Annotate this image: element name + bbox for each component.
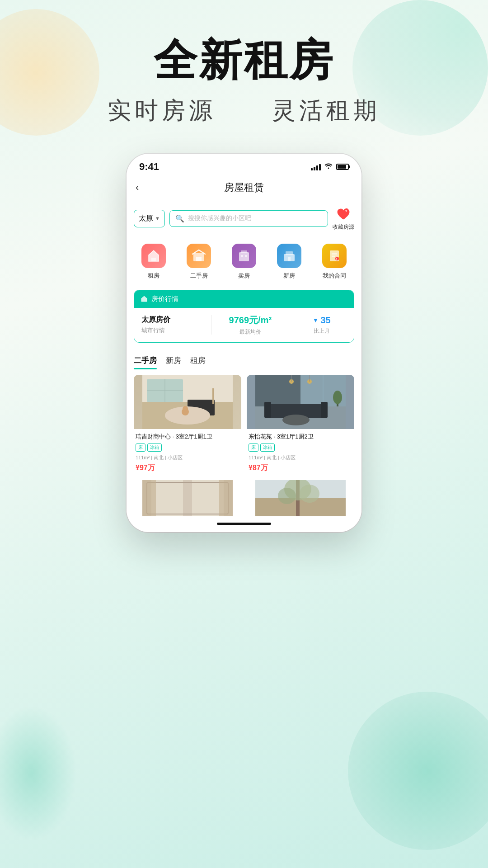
- category-icon-hetong: !: [322, 244, 347, 268]
- category-icon-zufang: [141, 244, 166, 268]
- app-title: 房屋租赁: [224, 181, 264, 194]
- hero-subtitle-gap: [226, 97, 262, 124]
- search-placeholder: 搜搜你感兴趣的小区吧: [188, 214, 251, 222]
- price-header-text: 房价行情: [151, 295, 178, 303]
- search-input-wrap[interactable]: 🔍 搜搜你感兴趣的小区吧: [169, 210, 328, 227]
- listing-tag-fridge-1: 冰箱: [147, 443, 162, 452]
- price-value: 9769元/m²: [219, 314, 282, 326]
- search-area: 太原 ▼ 🔍 搜搜你感兴趣的小区吧 ♥ 收藏房源: [127, 201, 361, 236]
- app-header: ‹ 房屋租赁: [127, 176, 361, 201]
- price-change-value: 35: [320, 315, 330, 326]
- signal-icon: [311, 163, 321, 170]
- svg-rect-10: [286, 251, 293, 255]
- svg-rect-28: [212, 388, 214, 404]
- home-bar: [217, 523, 271, 525]
- chevron-down-icon: ▼: [155, 216, 160, 221]
- phone-wrapper: 9:41: [0, 145, 488, 559]
- favorites-label: 收藏房源: [333, 223, 354, 231]
- category-xinfang[interactable]: 新房: [277, 244, 301, 280]
- home-indicator: [127, 518, 361, 532]
- svg-point-57: [300, 485, 319, 503]
- category-maifang[interactable]: 卖房: [232, 244, 256, 280]
- price-city-col: 太原房价 城市行情: [141, 315, 212, 335]
- partial-card-3[interactable]: [134, 480, 241, 518]
- listing-tag-fridge-2: 冰箱: [260, 443, 275, 452]
- svg-rect-4: [196, 257, 202, 261]
- category-label-zufang: 租房: [148, 272, 160, 280]
- price-city-sub: 城市行情: [141, 326, 204, 335]
- svg-rect-5: [239, 252, 249, 261]
- price-down-arrow-icon: ▼: [313, 316, 319, 324]
- hero-title: 全新租房: [18, 36, 470, 84]
- status-bar: 9:41: [127, 154, 361, 176]
- svg-rect-11: [288, 257, 291, 261]
- phone-mockup: 9:41: [127, 154, 361, 532]
- listings-grid-bottom: [127, 480, 361, 518]
- category-icon-maifang: [232, 244, 256, 268]
- svg-rect-50: [219, 480, 233, 516]
- svg-rect-2: [151, 258, 156, 261]
- listing-tabs: 二手房 新房 租房: [127, 348, 361, 369]
- listing-detail-1: 111m² | 南北 | 小店区: [136, 454, 239, 461]
- category-icon-ershoufang: [187, 244, 211, 268]
- listings-grid: 瑞吉财商中心 · 3室2厅1厨1卫 床 冰箱 111m² | 南北 | 小店区 …: [127, 369, 361, 480]
- svg-rect-36: [321, 402, 328, 418]
- search-icon: 🔍: [175, 214, 184, 223]
- listing-price-1: ¥97万: [136, 463, 239, 473]
- listing-tags-1: 床 冰箱: [136, 443, 239, 452]
- hero-section: 全新租房 实时房源 灵活租期: [0, 0, 488, 145]
- listing-detail-2: 111m² | 南北 | 小店区: [249, 454, 352, 461]
- favorites-button[interactable]: ♥ 收藏房源: [333, 206, 354, 231]
- partial-card-4[interactable]: [247, 480, 354, 518]
- category-label-maifang: 卖房: [238, 272, 250, 280]
- listing-tag-bed-2: 床: [249, 443, 258, 452]
- hero-subtitle: 实时房源 灵活租期: [18, 95, 470, 127]
- tab-ershou[interactable]: 二手房: [134, 355, 157, 369]
- price-change-col: ▼ 35 比上月: [289, 315, 347, 335]
- listing-image-1: [134, 375, 241, 429]
- svg-rect-52: [255, 498, 346, 516]
- category-icon-xinfang: [277, 244, 301, 268]
- status-time: 9:41: [139, 161, 159, 173]
- status-icons: [311, 163, 349, 171]
- price-value-col: 9769元/m² 最新均价: [212, 314, 290, 336]
- svg-rect-7: [241, 255, 243, 257]
- svg-rect-8: [245, 255, 247, 257]
- price-section: 房价行情 太原房价 城市行情 9769元/m² 最新均价 ▼ 35 比上月: [134, 290, 354, 343]
- svg-text:!: !: [336, 258, 337, 260]
- bg-shape-teal-bottom: [348, 692, 488, 850]
- tab-zu[interactable]: 租房: [190, 355, 206, 369]
- category-label-hetong: 我的合同: [323, 272, 346, 280]
- category-label-xinfang: 新房: [283, 272, 295, 280]
- hero-subtitle-right: 灵活租期: [272, 97, 380, 123]
- listing-card-2[interactable]: 东怡花苑 · 3室1厅1厨2卫 床 冰箱 111m² | 南北 | 小店区 ¥8…: [247, 375, 354, 475]
- svg-rect-49: [142, 480, 156, 516]
- price-value-sub: 最新均价: [219, 328, 282, 336]
- categories-section: 租房 二手房: [127, 236, 361, 284]
- price-body[interactable]: 太原房价 城市行情 9769元/m² 最新均价 ▼ 35 比上月: [134, 308, 354, 342]
- home-icon: [141, 295, 148, 302]
- price-change: ▼ 35: [296, 315, 347, 326]
- listing-tags-2: 床 冰箱: [249, 443, 352, 452]
- tab-xin[interactable]: 新房: [166, 355, 181, 369]
- svg-rect-47: [192, 480, 224, 516]
- svg-rect-46: [151, 480, 183, 516]
- listing-image-2: [247, 375, 354, 429]
- svg-point-56: [278, 488, 296, 504]
- listing-title-2: 东怡花苑 · 3室1厅1厨2卫: [249, 433, 352, 441]
- heart-icon: ♥: [335, 206, 352, 222]
- category-label-ershoufang: 二手房: [190, 272, 208, 280]
- city-selector[interactable]: 太原 ▼: [134, 210, 165, 227]
- category-ershoufang[interactable]: 二手房: [187, 244, 211, 280]
- svg-point-39: [333, 391, 342, 404]
- svg-point-27: [183, 406, 188, 411]
- listing-card-1[interactable]: 瑞吉财商中心 · 3室2厅1厨1卫 床 冰箱 111m² | 南北 | 小店区 …: [134, 375, 241, 475]
- category-zufang[interactable]: 租房: [141, 244, 166, 280]
- svg-point-37: [282, 415, 310, 425]
- listing-tag-bed-1: 床: [136, 443, 145, 452]
- category-hetong[interactable]: ! 我的合同: [322, 244, 347, 280]
- wifi-icon: [324, 163, 333, 171]
- back-button[interactable]: ‹: [136, 182, 139, 193]
- svg-text:♥: ♥: [345, 209, 347, 212]
- price-change-sub: 比上月: [296, 327, 347, 335]
